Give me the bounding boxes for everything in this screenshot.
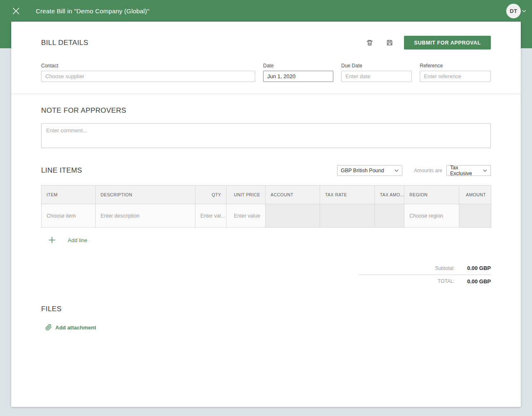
due-date-input[interactable] bbox=[341, 71, 412, 82]
page-title: Create Bill in "Demo Company (Global)" bbox=[36, 7, 149, 15]
subtotal-label: Subtotal: bbox=[435, 265, 455, 271]
top-bar: Create Bill in "Demo Company (Global)" D… bbox=[0, 0, 532, 22]
close-icon bbox=[12, 7, 20, 15]
column-header-account: ACCOUNT bbox=[266, 186, 320, 204]
submit-for-approval-button[interactable]: SUBMIT FOR APPROVAL bbox=[404, 36, 491, 50]
reference-label: Reference bbox=[420, 63, 491, 69]
tax-mode-select[interactable]: Tax Exclusive bbox=[446, 165, 491, 176]
column-header-tax-amount: TAX AMO... bbox=[375, 186, 404, 204]
avatar[interactable]: DT bbox=[506, 4, 521, 18]
line-items-section: LINE ITEMS GBP British Pound Amounts are… bbox=[11, 150, 521, 287]
amounts-are-label: Amounts are bbox=[414, 168, 442, 173]
totals-block: Subtotal: 0.00 GBP TOTAL: 0.00 GBP bbox=[359, 262, 491, 287]
column-header-unit-price: UNIT PRICE bbox=[227, 186, 266, 204]
currency-select[interactable]: GBP British Pound bbox=[337, 165, 402, 176]
due-date-label: Due Date bbox=[341, 63, 412, 69]
contact-label: Contact bbox=[41, 63, 255, 69]
line-items-heading: LINE ITEMS bbox=[41, 166, 337, 175]
description-cell[interactable]: Enter description bbox=[96, 204, 195, 228]
delete-bill-button[interactable] bbox=[363, 37, 376, 49]
column-header-amount: AMOUNT bbox=[459, 186, 491, 204]
date-label: Date bbox=[263, 63, 333, 69]
create-bill-card: BILL DETAILS SUBMIT FOR APPROVAL Contact… bbox=[11, 22, 521, 407]
subtotal-value: 0.00 GBP bbox=[455, 265, 491, 271]
unit-price-cell[interactable]: Enter value bbox=[227, 204, 266, 228]
note-for-approvers-section: NOTE FOR APPROVERS bbox=[11, 94, 521, 150]
amount-cell bbox=[459, 204, 491, 228]
add-attachment-button[interactable]: Add attachment bbox=[41, 324, 491, 331]
chevron-down-icon bbox=[479, 169, 487, 172]
table-header-row: ITEM DESCRIPTION QTY UNIT PRICE ACCOUNT … bbox=[42, 186, 491, 204]
tax-rate-cell bbox=[320, 204, 375, 228]
total-value: 0.00 GBP bbox=[455, 278, 491, 285]
subtotal-row: Subtotal: 0.00 GBP bbox=[359, 262, 491, 275]
column-header-qty: QTY bbox=[195, 186, 227, 204]
tax-mode-select-value: Tax Exclusive bbox=[450, 165, 479, 176]
column-header-tax-rate: TAX RATE bbox=[320, 186, 375, 204]
paperclip-icon bbox=[45, 324, 52, 331]
files-heading: FILES bbox=[41, 305, 491, 313]
comment-textarea[interactable] bbox=[41, 123, 491, 148]
bill-details-heading: BILL DETAILS bbox=[41, 39, 356, 47]
plus-icon bbox=[49, 237, 55, 243]
item-cell[interactable]: Choose item bbox=[42, 204, 96, 228]
account-cell bbox=[266, 204, 320, 228]
contact-input[interactable] bbox=[41, 71, 255, 82]
column-header-item: ITEM bbox=[42, 186, 96, 204]
column-header-region: REGION bbox=[404, 186, 459, 204]
total-row: TOTAL: 0.00 GBP bbox=[359, 275, 491, 287]
line-item-row: Choose item Enter description Enter val.… bbox=[42, 204, 491, 228]
bill-details-section: BILL DETAILS SUBMIT FOR APPROVAL Contact… bbox=[11, 22, 521, 94]
column-header-description: DESCRIPTION bbox=[96, 186, 195, 204]
total-label: TOTAL: bbox=[438, 278, 455, 284]
reference-input[interactable] bbox=[420, 71, 491, 82]
trash-icon bbox=[366, 39, 373, 47]
date-input[interactable] bbox=[263, 71, 333, 82]
add-line-button[interactable]: Add line bbox=[41, 237, 491, 243]
save-draft-button[interactable] bbox=[383, 37, 396, 49]
currency-select-value: GBP British Pound bbox=[341, 168, 384, 173]
chevron-down-icon bbox=[390, 169, 399, 172]
close-button[interactable] bbox=[11, 6, 21, 16]
tax-amount-cell bbox=[375, 204, 404, 228]
avatar-menu-chevron-icon[interactable] bbox=[522, 10, 526, 12]
files-section: FILES Add attachment bbox=[11, 287, 521, 331]
add-attachment-label: Add attachment bbox=[55, 324, 96, 331]
add-line-label: Add line bbox=[68, 237, 87, 243]
qty-cell[interactable]: Enter val... bbox=[195, 204, 227, 228]
note-heading: NOTE FOR APPROVERS bbox=[41, 106, 491, 115]
line-items-table: ITEM DESCRIPTION QTY UNIT PRICE ACCOUNT … bbox=[41, 185, 491, 228]
save-icon bbox=[386, 39, 393, 46]
region-cell[interactable]: Choose region bbox=[404, 204, 459, 228]
